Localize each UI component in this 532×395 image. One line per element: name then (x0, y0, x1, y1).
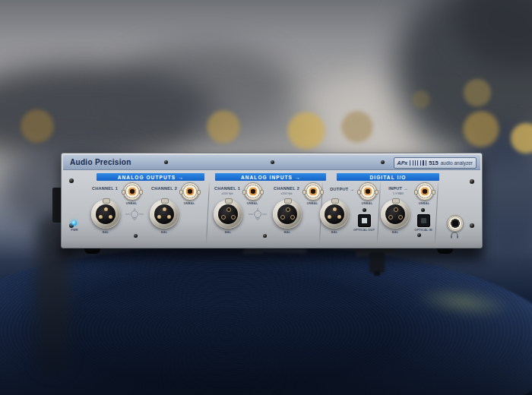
optical-in-connector (417, 214, 430, 227)
badge-bars (410, 160, 426, 166)
cartridge-tip (374, 271, 380, 276)
power-led (71, 220, 77, 226)
digital-input-text: INPUT (388, 186, 402, 191)
brand-logo: Audio Precision (70, 158, 131, 166)
bnc-connector-output-2 (181, 182, 199, 201)
bal-label: BAL (392, 230, 398, 234)
digital-output-label: OUTPUT → (330, 187, 354, 191)
input-channel-1-rating: ≤200 Vpk (221, 191, 233, 194)
input-arrow-icon: → (295, 175, 300, 180)
section-analog-outputs: ANALOG OUTPUTS → (97, 173, 204, 181)
bnc-connector-output-1 (123, 182, 141, 201)
float-symbol-icon (249, 208, 267, 220)
xlr-male-output-1 (91, 200, 120, 229)
digital-output-text: OUTPUT (330, 187, 348, 191)
power-led-label: PWR (71, 228, 78, 232)
screw (381, 160, 385, 164)
bnc-connector-input-1 (244, 182, 262, 201)
bokeh-light (462, 77, 492, 108)
optical-out-label: OPTICAL OUT (353, 228, 375, 232)
digital-input-arrow-icon: → (404, 186, 408, 191)
xlr-female-digital-in (381, 200, 410, 229)
bokeh-light (461, 109, 501, 149)
vinyl-shadow (0, 304, 532, 395)
xlr-female-input-2 (273, 200, 302, 229)
sync-hole (421, 208, 425, 212)
input-channel-2-rating: ≤200 Vpk (280, 191, 292, 194)
headphone-jack (447, 215, 464, 232)
unbal-label: UNBAL (307, 201, 318, 205)
cartridge-body (369, 253, 385, 273)
xlr-female-input-1 (214, 200, 242, 229)
screw (164, 160, 168, 164)
unbal-label: UNBAL (184, 201, 195, 205)
product-name: audio analyzer (441, 160, 473, 166)
section-digital-io: DIGITAL I/O (337, 173, 439, 181)
bal-label: BAL (225, 230, 231, 234)
bokeh-light (340, 109, 375, 144)
screw (69, 179, 74, 183)
section-title: ANALOG INPUTS (241, 175, 293, 180)
output-arrow-icon: → (178, 175, 183, 180)
model-number: 515 (429, 160, 439, 166)
bokeh-light (19, 108, 55, 144)
counterweight (243, 249, 263, 254)
bokeh-light (205, 109, 242, 145)
bal-label: BAL (331, 230, 337, 234)
screw (417, 233, 421, 237)
model-badge: APx 515 audio analyzer (394, 157, 477, 169)
output-channel-1-label: CHANNEL 1 (92, 186, 118, 191)
optical-port (362, 218, 367, 223)
section-divider (206, 181, 210, 245)
screw (470, 223, 474, 228)
xlr-male-output-2 (150, 200, 179, 229)
screw (271, 160, 274, 164)
output-channel-2-label: CHANNEL 2 (151, 186, 177, 191)
xlr-male-digital-out (320, 200, 349, 229)
unbal-label: UNBAL (126, 201, 137, 205)
unbal-label: UNBAL (247, 201, 258, 205)
screw (134, 234, 138, 238)
apx-logo: APx (397, 160, 408, 166)
optical-port (421, 218, 426, 223)
bnc-connector-digital-in (416, 182, 434, 201)
audio-analyzer-panel: Audio Precision APx 515 audio analyzer A… (61, 153, 483, 248)
optical-out-connector (358, 214, 371, 227)
bnc-connector-digital-out (359, 182, 377, 201)
input-channel-2-label: CHANNEL 2 (274, 186, 299, 191)
digital-input-rating: 5 V MAX (393, 191, 404, 194)
bokeh-light (286, 110, 327, 151)
unbal-label: UNBAL (362, 201, 372, 205)
bnc-connector-input-2 (304, 182, 322, 201)
bal-label: BAL (103, 230, 109, 234)
section-title: DIGITAL I/O (370, 175, 407, 180)
optical-in-label: OPTICAL IN (414, 228, 432, 232)
screw (263, 234, 267, 238)
unbal-label: UNBAL (419, 201, 429, 205)
digital-input-label: INPUT → (388, 186, 408, 191)
bal-label: BAL (284, 230, 290, 234)
section-analog-inputs: ANALOG INPUTS → (215, 173, 326, 181)
bokeh-light (411, 90, 431, 109)
bal-label: BAL (161, 230, 167, 234)
float-symbol-icon (125, 208, 144, 220)
section-title: ANALOG OUTPUTS (118, 175, 176, 180)
sync-hole (363, 208, 366, 212)
digital-output-arrow-icon: → (350, 187, 354, 191)
input-channel-1-label: CHANNEL 1 (214, 186, 240, 191)
headphone-icon (450, 232, 459, 239)
screw (470, 179, 474, 184)
